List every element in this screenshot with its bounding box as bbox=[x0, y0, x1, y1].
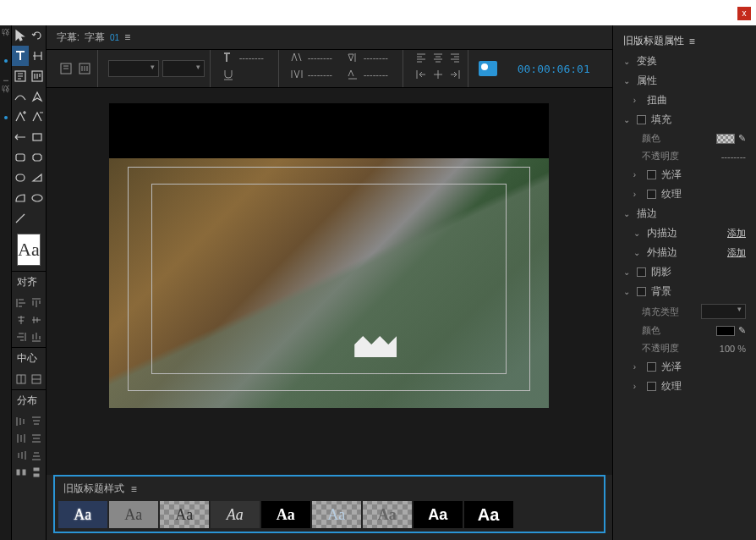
dist-hcenter[interactable] bbox=[14, 430, 29, 447]
vertical-area-type-tool[interactable] bbox=[29, 66, 46, 86]
style-swatch[interactable]: Aa bbox=[414, 501, 463, 528]
sheen-checkbox[interactable] bbox=[647, 170, 656, 179]
dist-vspace[interactable] bbox=[29, 464, 44, 481]
caret-icon[interactable]: ⌄ bbox=[633, 229, 642, 238]
style-swatch[interactable]: Aa bbox=[363, 501, 412, 528]
tab-menu-icon[interactable]: ≡ bbox=[124, 31, 130, 43]
add-outer-stroke[interactable]: 添加 bbox=[727, 246, 746, 259]
opacity-value[interactable]: -------- bbox=[721, 152, 746, 162]
style-swatch[interactable]: Aa bbox=[312, 501, 361, 528]
caret-icon[interactable]: › bbox=[633, 362, 642, 372]
style-swatch[interactable]: Aa bbox=[211, 501, 260, 528]
caret-icon[interactable]: ⌄ bbox=[623, 209, 632, 218]
style-swatch[interactable]: Aa bbox=[109, 501, 158, 528]
bg-sheen-checkbox[interactable] bbox=[647, 362, 656, 372]
dist-top[interactable] bbox=[29, 413, 44, 430]
show-video-icon[interactable] bbox=[479, 61, 497, 76]
close-button[interactable]: x bbox=[737, 7, 751, 20]
caret-icon[interactable]: ⌄ bbox=[623, 76, 632, 85]
delete-anchor-tool[interactable] bbox=[29, 107, 46, 127]
dist-vcenter[interactable] bbox=[29, 430, 44, 447]
align-left[interactable] bbox=[14, 295, 29, 311]
eyedropper-icon[interactable]: ✎ bbox=[738, 325, 746, 336]
kerning-value[interactable]: -------- bbox=[308, 52, 342, 63]
caret-icon[interactable]: ⌄ bbox=[623, 267, 632, 277]
tracking-value[interactable]: -------- bbox=[308, 69, 342, 80]
roll-crawl-icon[interactable] bbox=[77, 61, 92, 76]
eyedropper-icon[interactable]: ✎ bbox=[738, 133, 746, 144]
caret-icon[interactable]: › bbox=[633, 96, 642, 105]
style-swatch[interactable]: Aa bbox=[58, 501, 107, 528]
baseline-icon bbox=[345, 67, 360, 82]
tab-center-icon[interactable] bbox=[430, 67, 446, 82]
add-inner-stroke[interactable]: 添加 bbox=[727, 227, 746, 240]
tab-name: 字幕 bbox=[85, 30, 105, 45]
arc-tool[interactable] bbox=[12, 188, 29, 208]
font-preview[interactable]: Aa bbox=[17, 234, 41, 266]
align-hcenter[interactable] bbox=[14, 311, 29, 328]
fill-checkbox[interactable] bbox=[637, 115, 646, 124]
align-top[interactable] bbox=[29, 295, 44, 311]
align-left-icon[interactable] bbox=[414, 50, 429, 65]
bg-texture-checkbox[interactable] bbox=[647, 382, 656, 391]
rounded-corner-tool[interactable] bbox=[12, 168, 29, 188]
area-type-tool[interactable] bbox=[12, 66, 29, 86]
pen-tool[interactable] bbox=[29, 86, 46, 107]
dist-left[interactable] bbox=[14, 413, 29, 430]
caret-icon[interactable]: ⌄ bbox=[623, 287, 632, 296]
font-family-dropdown[interactable] bbox=[108, 60, 159, 77]
baseline-value[interactable]: -------- bbox=[364, 69, 397, 80]
dist-hspace[interactable] bbox=[14, 464, 29, 481]
type-tool[interactable] bbox=[12, 46, 29, 66]
dist-right[interactable] bbox=[14, 447, 29, 464]
style-swatch[interactable]: Aa bbox=[160, 501, 209, 528]
tab-right-icon[interactable] bbox=[447, 67, 463, 82]
rounded-rect-tool[interactable] bbox=[12, 147, 29, 168]
styles-menu-icon[interactable]: ≡ bbox=[131, 483, 137, 495]
leading-value[interactable]: -------- bbox=[364, 52, 397, 63]
caret-icon[interactable]: › bbox=[633, 190, 642, 199]
bg-opacity-value[interactable]: 100 % bbox=[720, 344, 746, 354]
rectangle-tool[interactable] bbox=[29, 127, 46, 147]
underline-icon[interactable] bbox=[221, 67, 236, 82]
timecode[interactable]: 00:00:06:01 bbox=[518, 63, 590, 75]
rotate-tool[interactable] bbox=[29, 25, 46, 46]
convert-anchor-tool[interactable] bbox=[12, 127, 29, 147]
align-bottom[interactable] bbox=[29, 328, 44, 345]
font-style-dropdown[interactable] bbox=[162, 60, 205, 77]
caret-icon[interactable]: ⌄ bbox=[623, 57, 632, 66]
caret-icon[interactable]: ⌄ bbox=[633, 248, 642, 257]
wedge-tool[interactable] bbox=[29, 168, 46, 188]
new-title-icon[interactable] bbox=[58, 61, 74, 76]
clipped-rect-tool[interactable] bbox=[29, 147, 46, 168]
props-menu-icon[interactable]: ≡ bbox=[689, 36, 695, 47]
bg-sheen-label: 光泽 bbox=[661, 360, 682, 374]
center-vertical[interactable] bbox=[29, 371, 44, 388]
bg-color-chip[interactable] bbox=[716, 326, 735, 336]
texture-checkbox[interactable] bbox=[647, 190, 656, 199]
tab-left-icon[interactable] bbox=[414, 67, 429, 82]
caret-icon[interactable]: ⌄ bbox=[623, 115, 632, 124]
align-right[interactable] bbox=[14, 328, 29, 345]
caret-icon[interactable]: › bbox=[633, 170, 642, 179]
align-center-icon[interactable] bbox=[430, 50, 446, 65]
line-tool[interactable] bbox=[12, 208, 29, 229]
align-right-icon[interactable] bbox=[447, 50, 463, 65]
dist-bottom[interactable] bbox=[29, 447, 44, 464]
align-vcenter[interactable] bbox=[29, 311, 44, 328]
add-anchor-tool[interactable] bbox=[12, 107, 29, 127]
background-checkbox[interactable] bbox=[637, 287, 646, 296]
font-size-value[interactable]: -------- bbox=[239, 52, 273, 63]
center-horizontal[interactable] bbox=[14, 371, 29, 388]
fill-color-chip[interactable] bbox=[716, 134, 735, 144]
selection-tool[interactable] bbox=[12, 25, 29, 46]
fill-type-select[interactable] bbox=[701, 304, 746, 319]
shadow-checkbox[interactable] bbox=[637, 267, 646, 277]
vertical-type-tool[interactable] bbox=[29, 46, 46, 66]
style-swatch[interactable]: Aa bbox=[261, 501, 310, 528]
style-swatch[interactable]: Aa bbox=[464, 501, 513, 528]
caret-icon[interactable]: › bbox=[633, 382, 642, 391]
preview-canvas[interactable] bbox=[109, 103, 549, 408]
ellipse-tool[interactable] bbox=[29, 188, 46, 208]
path-type-tool[interactable] bbox=[12, 86, 29, 107]
